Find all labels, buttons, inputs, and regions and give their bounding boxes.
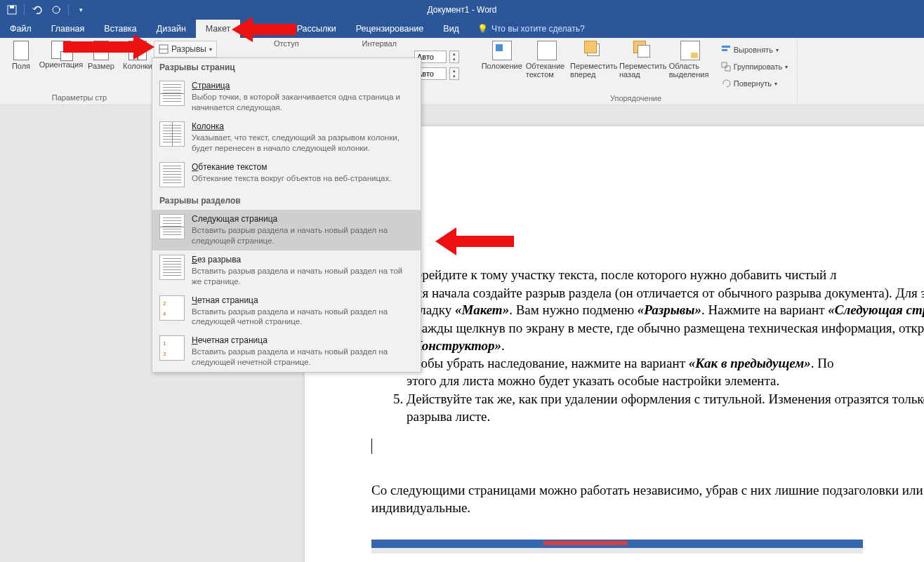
list-item: Чтобы убрать наследование, нажмите на ва… [407, 355, 924, 390]
menu-item-title: Нечетная страница [192, 335, 414, 345]
paragraph: Со следующими страницами можно работать … [371, 454, 924, 516]
orientation-label: Ориентация [39, 60, 83, 69]
position-button[interactable]: Положение [481, 41, 523, 70]
group-page-setup-label: Параметры стр [52, 92, 107, 105]
column-break-icon [159, 121, 185, 147]
rotate-button[interactable]: Повернуть▾ [718, 76, 791, 91]
undo-icon[interactable] [29, 2, 44, 18]
ribbon: Поля Ориентация Размер Колонки Параметры… [0, 38, 924, 105]
document-body[interactable]: Перейдите к тому участку текста, после к… [371, 267, 924, 554]
group-arrange-label: Упорядочение [610, 93, 661, 105]
menu-heading-page-breaks: Разрывы страниц [152, 58, 421, 76]
selection-pane-button[interactable]: Область выделения [669, 41, 711, 79]
menu-item-page-break[interactable]: Страница Выбор точки, в которой заканчив… [152, 76, 421, 117]
menu-item-text-wrapping-break[interactable]: Обтекание текстом Обтекание текста вокру… [152, 158, 421, 192]
bring-forward-label: Переместить вперед [570, 62, 617, 79]
list-item: Для начала создайте разрыв раздела (он о… [407, 285, 924, 320]
redo-icon[interactable] [48, 2, 64, 18]
menu-item-column-break[interactable]: Колонка Указывает, что текст, следующий … [152, 117, 421, 158]
breaks-label: Разрывы [171, 44, 206, 54]
svg-point-2 [53, 6, 60, 13]
save-icon[interactable] [4, 2, 20, 18]
menu-item-desc: Выбор точки, в которой заканчивается одн… [192, 91, 414, 113]
embedded-image [371, 540, 863, 554]
text-cursor [371, 439, 372, 454]
even-page-icon: 24 [159, 295, 185, 321]
svg-rect-7 [722, 62, 727, 67]
menu-item-desc: Обтекание текста вокруг объектов на веб-… [192, 172, 414, 184]
menu-item-desc: Указывает, что текст, следующий за разры… [192, 131, 414, 154]
svg-rect-1 [10, 6, 14, 8]
group-btn-label: Группировать [734, 62, 783, 71]
document-area: Перейдите к тому участку текста, после к… [0, 105, 924, 562]
orientation-button[interactable]: Ориентация [41, 41, 81, 69]
tell-me[interactable]: 💡 Что вы хотите сделать? [469, 20, 585, 38]
menu-heading-section-breaks: Разрывы разделов [152, 192, 421, 210]
group-icon [721, 62, 731, 72]
wrap-text-button[interactable]: Обтекание текстом [526, 41, 568, 79]
title-bar: ▾ Документ1 - Word [0, 0, 924, 20]
align-button[interactable]: Выровнять▾ [718, 42, 791, 58]
text-wrap-break-icon [159, 162, 185, 187]
tab-view[interactable]: Вид [433, 20, 469, 38]
menu-item-desc: Вставить разрыв раздела и начать новый р… [192, 345, 414, 368]
quick-access-toolbar: ▾ [0, 2, 88, 18]
tab-review[interactable]: Рецензирование [346, 20, 434, 38]
size-button[interactable]: Размер [84, 41, 118, 70]
menu-item-desc: Вставить разрыв раздела и начать новый р… [192, 265, 414, 287]
tell-me-text: Что вы хотите сделать? [491, 24, 585, 34]
columns-button[interactable]: Колонки [121, 41, 154, 70]
chevron-down-icon: ▾ [209, 46, 212, 53]
menu-item-title: Обтекание текстом [192, 162, 414, 172]
tab-layout[interactable]: Макет [196, 20, 240, 38]
rotate-icon [721, 79, 731, 88]
align-label: Выровнять [734, 46, 773, 54]
next-page-icon [159, 214, 185, 239]
continuous-icon [159, 255, 185, 280]
margins-label: Поля [12, 62, 30, 70]
align-icon [721, 45, 731, 55]
tab-file[interactable]: Файл [0, 20, 41, 38]
size-label: Размер [88, 62, 114, 70]
group-page-setup: Поля Ориентация Размер Колонки Параметры… [0, 38, 159, 105]
spinner-icon[interactable]: ▴▾ [449, 51, 459, 63]
tab-insert[interactable]: Вставка [94, 20, 146, 38]
group-arrange: Положение Обтекание текстом Переместить … [475, 38, 798, 105]
menu-item-next-page[interactable]: Следующая страница Вставить разрыв разде… [152, 210, 421, 250]
breaks-menu: Разрывы страниц Страница Выбор точки, в … [152, 58, 421, 373]
menu-item-desc: Вставить разрыв раздела и начать новый р… [192, 224, 414, 246]
tab-references-partial[interactable]: ки [240, 20, 286, 38]
bring-forward-button[interactable]: Переместить вперед [571, 41, 617, 79]
breaks-dropdown[interactable]: Разрывы ▾ [154, 41, 217, 58]
odd-page-icon: 13 [159, 335, 185, 361]
tab-mailings[interactable]: Рассылки [287, 20, 346, 38]
ribbon-tabs: Файл Главная Вставка Дизайн Макет ки Рас… [0, 20, 924, 38]
tab-design[interactable]: Дизайн [147, 20, 196, 38]
svg-rect-8 [725, 66, 730, 71]
list-item: Действуйте так же, как при удалении офор… [407, 391, 924, 426]
menu-item-even-page[interactable]: 24 Четная страница Вставить разрыв разде… [152, 291, 421, 332]
margins-button[interactable]: Поля [4, 41, 38, 70]
menu-item-title: Четная страница [192, 295, 414, 305]
svg-rect-6 [722, 49, 727, 51]
wrap-label: Обтекание текстом [526, 62, 568, 79]
tab-home[interactable]: Главная [41, 20, 95, 38]
send-backward-label: Переместить назад [619, 62, 666, 79]
list-item: Дважды щелкнув по экрану в месте, где об… [407, 320, 924, 355]
columns-label: Колонки [123, 62, 152, 70]
menu-item-continuous[interactable]: Без разрыва Вставить разрыв раздела и на… [152, 250, 421, 291]
window-title: Документ1 - Word [427, 5, 496, 15]
qat-customize-icon[interactable]: ▾ [73, 2, 88, 18]
list-item: Перейдите к тому участку текста, после к… [407, 267, 924, 285]
menu-item-desc: Вставить разрыв раздела и начать новый р… [192, 305, 414, 328]
menu-item-title: Колонка [192, 121, 414, 131]
spinner-icon[interactable]: ▴▾ [449, 67, 459, 80]
rotate-label: Повернуть [734, 79, 772, 88]
menu-item-odd-page[interactable]: 13 Нечетная страница Вставить разрыв раз… [152, 331, 421, 372]
indent-label: Отступ [274, 39, 299, 48]
selection-pane-label: Область выделения [669, 62, 711, 79]
send-backward-button[interactable]: Переместить назад [620, 41, 666, 79]
position-label: Положение [482, 62, 522, 70]
group-button[interactable]: Группировать▾ [718, 59, 791, 74]
spacing-label: Интервал [362, 39, 397, 48]
